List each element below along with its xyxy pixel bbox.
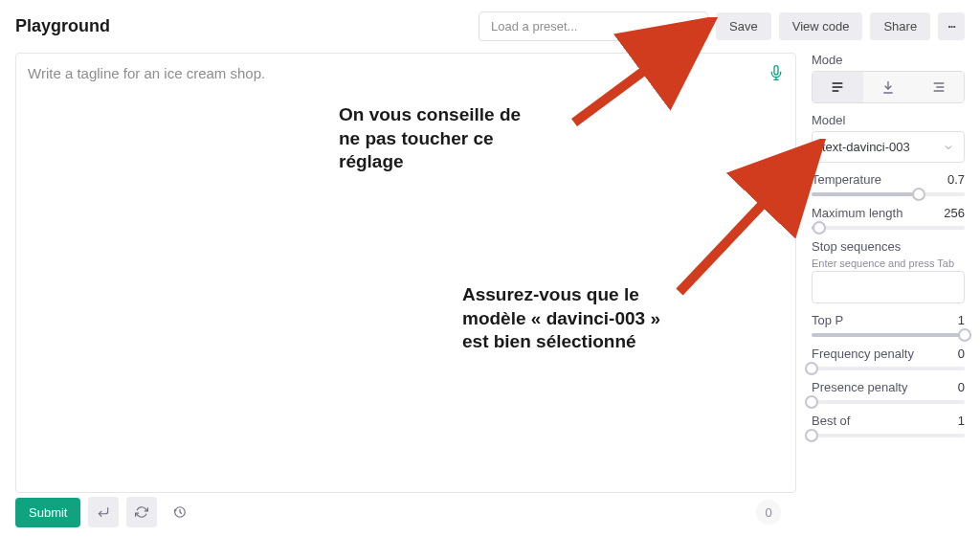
mode-edit-button[interactable] [913,72,964,102]
refresh-icon [135,505,148,519]
maxlength-param: Maximum length 256 [812,206,965,230]
history-icon [173,505,187,519]
undo-icon [97,505,110,519]
page-title: Playground [15,16,471,36]
maxlength-label: Maximum length [812,206,902,220]
topp-param: Top P 1 [812,313,965,337]
stop-hint: Enter sequence and press Tab [812,257,965,269]
temperature-label: Temperature [812,172,881,187]
more-menu-button[interactable]: ··· [938,12,965,40]
submit-button[interactable]: Submit [15,498,80,527]
prompt-editor[interactable]: Write a tagline for an ice cream shop. [15,53,796,493]
regenerate-button[interactable] [126,497,157,527]
mode-toggle [812,71,965,103]
model-select[interactable]: text-davinci-003 [812,131,965,163]
stop-label: Stop sequences [812,239,965,254]
ellipsis-icon: ··· [947,19,955,34]
complete-mode-icon [830,79,845,95]
topp-value: 1 [958,313,965,327]
topp-label: Top P [812,313,843,327]
insert-mode-icon [880,79,896,95]
mode-label: Mode [812,53,965,67]
mode-complete-button[interactable] [813,72,863,102]
maxlength-value: 256 [944,206,965,220]
prespen-value: 0 [958,380,965,394]
mode-insert-button[interactable] [863,72,914,102]
freqpen-value: 0 [958,347,965,361]
topp-slider[interactable] [812,333,965,337]
bestof-param: Best of 1 [812,414,965,437]
preset-select[interactable]: Load a preset... [479,11,708,41]
freqpen-slider[interactable] [812,367,965,370]
temperature-value: 0.7 [947,172,965,187]
model-label: Model [812,113,965,127]
freqpen-label: Frequency penalty [812,347,914,361]
editor-placeholder: Write a tagline for an ice cream shop. [28,65,265,81]
view-code-button[interactable]: View code [779,12,863,40]
temperature-param: Temperature 0.7 [812,172,965,196]
chevron-down-icon [686,21,698,33]
prespen-label: Presence penalty [812,380,907,394]
microphone-icon[interactable] [768,65,784,80]
settings-sidebar: Mode Model [812,53,965,493]
history-button[interactable] [165,497,195,527]
stop-input[interactable] [812,271,965,303]
preset-placeholder: Load a preset... [491,19,577,34]
prespen-param: Presence penalty 0 [812,380,965,404]
bestof-slider[interactable] [812,434,965,437]
freqpen-param: Frequency penalty 0 [812,347,965,370]
prespen-slider[interactable] [812,400,965,404]
chevron-down-icon [943,142,954,153]
stop-sequences-param: Stop sequences Enter sequence and press … [812,239,965,303]
bestof-label: Best of [812,414,850,428]
temperature-slider[interactable] [812,192,965,196]
edit-mode-icon [931,79,947,95]
save-button[interactable]: Save [716,12,771,40]
model-value: text-davinci-003 [822,140,910,154]
token-count: 0 [756,500,781,525]
maxlength-slider[interactable] [812,226,965,230]
bestof-value: 1 [958,414,965,428]
undo-button[interactable] [88,497,119,527]
share-button[interactable]: Share [870,12,930,40]
